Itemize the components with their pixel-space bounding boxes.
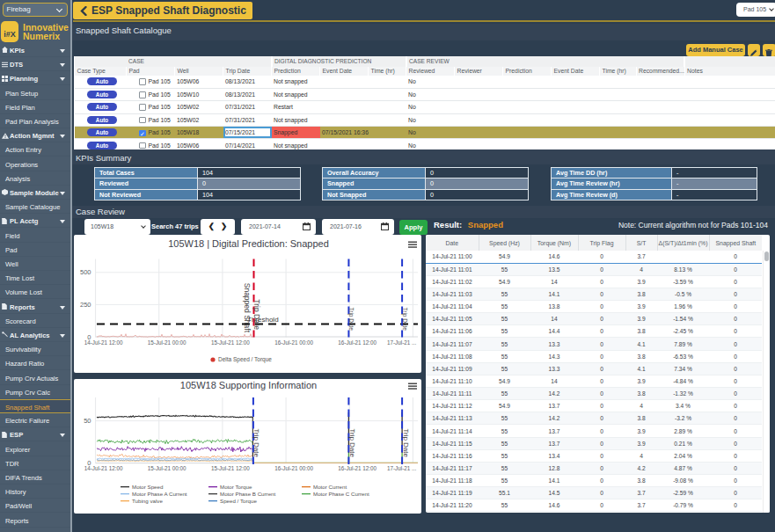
svg-text:Trip Date: Trip Date xyxy=(402,428,410,457)
svg-text:15-Jul-21 12:00: 15-Jul-21 12:00 xyxy=(211,339,250,346)
svg-text:15-Jul-21 00:00: 15-Jul-21 00:00 xyxy=(148,465,186,471)
svg-text:15-Jul-21 12:00: 15-Jul-21 12:00 xyxy=(211,465,250,471)
svg-text:Motor Torque: Motor Torque xyxy=(220,484,252,490)
svg-text:17-Jul-21 ...: 17-Jul-21 ... xyxy=(387,339,416,346)
svg-text:105W18 Supporting Information: 105W18 Supporting Information xyxy=(180,380,317,390)
svg-text:16-Jul-21 12:00: 16-Jul-21 12:00 xyxy=(338,465,377,471)
svg-text:14-Jul-21 12:00: 14-Jul-21 12:00 xyxy=(84,339,123,346)
svg-text:Delta Speed / Torque: Delta Speed / Torque xyxy=(218,356,272,363)
svg-text:16-Jul-21 00:00: 16-Jul-21 00:00 xyxy=(274,339,313,346)
svg-text:Trip Date: Trip Date xyxy=(252,299,261,330)
svg-text:15-Jul-21 00:00: 15-Jul-21 00:00 xyxy=(148,339,186,346)
svg-text:105W18 | Digital Prediction: S: 105W18 | Digital Prediction: Snapped xyxy=(168,238,329,249)
svg-text:16-Jul-21 00:00: 16-Jul-21 00:00 xyxy=(274,465,313,471)
svg-text:Motor Current: Motor Current xyxy=(313,484,347,490)
svg-text:14-Jul-21 12:00: 14-Jul-21 12:00 xyxy=(84,465,123,471)
svg-text:Trip Date: Trip Date xyxy=(347,308,355,332)
svg-text:50: 50 xyxy=(84,417,91,425)
svg-text:Motor Phase B Current: Motor Phase B Current xyxy=(220,491,276,497)
svg-text:500: 500 xyxy=(80,268,91,276)
svg-text:Trip Date: Trip Date xyxy=(252,428,260,457)
svg-text:Motor Phase C Current: Motor Phase C Current xyxy=(313,491,369,497)
svg-text:Motor Phase A Current: Motor Phase A Current xyxy=(132,491,187,497)
svg-text:Snapped Shaft: Snapped Shaft xyxy=(243,283,252,333)
svg-text:Tubing valve: Tubing valve xyxy=(132,498,163,504)
svg-text:17-Jul-21 ...: 17-Jul-21 ... xyxy=(387,465,416,471)
svg-text:16-Jul-21 12:00: 16-Jul-21 12:00 xyxy=(338,339,377,346)
svg-text:Motor Speed: Motor Speed xyxy=(132,484,164,490)
svg-text:250: 250 xyxy=(80,301,91,309)
svg-text:Speed / Torque: Speed / Torque xyxy=(220,498,257,504)
svg-text:Trip Date: Trip Date xyxy=(348,428,356,457)
svg-text:Trip Date: Trip Date xyxy=(401,308,408,332)
